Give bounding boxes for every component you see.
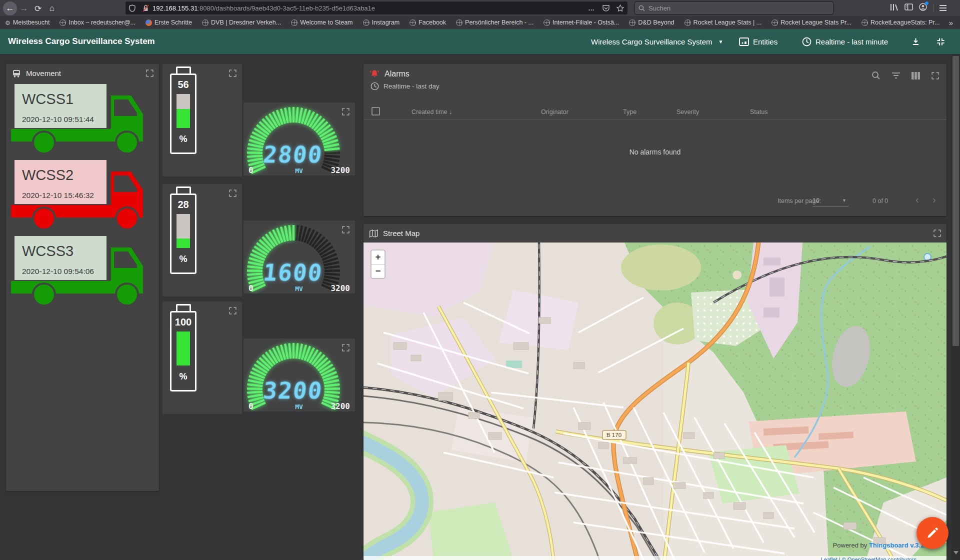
chevron-down-icon: ▼ bbox=[842, 198, 846, 203]
gauge-dial: 3200MV03200 bbox=[244, 338, 355, 412]
next-page-button[interactable]: › bbox=[932, 194, 936, 206]
battery-level-widget: 56% bbox=[162, 64, 242, 176]
bookmark-label: DVB | Dresdner Verkeh... bbox=[211, 19, 281, 26]
fullscreen-icon[interactable] bbox=[342, 108, 350, 116]
url-bar[interactable]: 192.168.155.31:8080/dashboards/9aeb43d0-… bbox=[126, 2, 628, 14]
sidebar-icon[interactable] bbox=[904, 4, 913, 12]
bookmark-item[interactable]: Internet-Filiale - Ostsä... bbox=[544, 19, 619, 26]
map-canvas[interactable]: B 170 + − Powered by Thingsboard v.3.2.0… bbox=[364, 242, 946, 560]
collapse-icon bbox=[936, 37, 946, 46]
vehicle-card[interactable]: WCSS12020-12-10 09:51:44 bbox=[11, 84, 157, 155]
bookmark-star-icon[interactable] bbox=[616, 4, 624, 12]
browser-actions bbox=[890, 0, 946, 16]
alarms-filter-icon[interactable] bbox=[892, 72, 900, 81]
gauge-value: 1600 bbox=[262, 259, 324, 286]
bookmark-item[interactable]: Persönlicher Bereich - ... bbox=[456, 19, 534, 26]
prev-page-button[interactable]: ‹ bbox=[916, 194, 919, 206]
alarms-widget: Alarms Realtime - last day Created time … bbox=[364, 64, 946, 216]
alarms-columns-icon[interactable] bbox=[912, 72, 920, 82]
pocket-icon[interactable] bbox=[602, 5, 610, 12]
bookmark-item[interactable]: Welcome to Steam bbox=[291, 19, 352, 26]
items-per-page-select[interactable]: 10▼ bbox=[812, 197, 848, 206]
fullscreen-icon[interactable] bbox=[342, 226, 350, 234]
gauge-unit: MV bbox=[295, 285, 303, 292]
bookmark-label: Meistbesucht bbox=[13, 19, 50, 26]
bookmark-label: D&D Beyond bbox=[638, 19, 674, 26]
home-button[interactable]: ⌂ bbox=[45, 2, 59, 16]
fullscreen-icon[interactable] bbox=[933, 229, 942, 238]
globe-icon bbox=[456, 20, 462, 26]
bookmarks-overflow-chevron[interactable]: » bbox=[949, 16, 953, 29]
menu-icon[interactable] bbox=[940, 5, 946, 11]
fullscreen-icon[interactable] bbox=[931, 72, 940, 82]
alarms-search-icon[interactable] bbox=[872, 71, 880, 82]
bookmark-item[interactable]: Rocket League Stats | ... bbox=[684, 19, 762, 26]
battery-fill-bar bbox=[176, 109, 190, 128]
clock-icon bbox=[370, 82, 379, 90]
column-type[interactable]: Type bbox=[623, 108, 636, 116]
voltage-gauge-widget: 3200MV03200 bbox=[244, 338, 355, 412]
gauge-dial: 1600MV03200 bbox=[244, 220, 355, 294]
fullscreen-icon[interactable] bbox=[342, 344, 350, 352]
bookmark-item[interactable]: Rocket League Stats Pr... bbox=[772, 19, 852, 26]
globe-icon bbox=[629, 20, 636, 26]
scrollbar-thumb[interactable] bbox=[952, 56, 959, 346]
entities-button[interactable]: Entities bbox=[739, 29, 778, 54]
forward-button[interactable]: → bbox=[17, 2, 31, 16]
dashboard-header: Wireless Cargo Surveillance System Wirel… bbox=[0, 29, 960, 54]
bookmark-item[interactable]: Erste Schritte bbox=[146, 19, 192, 26]
vehicle-card[interactable]: WCSS32020-12-10 09:54:06 bbox=[11, 236, 157, 307]
bookmark-item[interactable]: ⚙Meistbesucht bbox=[5, 19, 50, 26]
zoom-in-button[interactable]: + bbox=[372, 250, 384, 264]
gauge-unit: MV bbox=[295, 403, 303, 410]
bookmark-item[interactable]: RocketLeagueStats: Pr... bbox=[862, 19, 940, 26]
column-severity[interactable]: Severity bbox=[676, 108, 699, 116]
gauge-value: 2800 bbox=[262, 141, 324, 168]
library-icon[interactable] bbox=[890, 4, 898, 13]
dashboard-state-select[interactable]: Wireless Cargo Surveillance System▼ bbox=[591, 29, 723, 54]
exit-fullscreen-button[interactable] bbox=[936, 29, 946, 54]
column-status[interactable]: Status bbox=[750, 108, 768, 116]
battery-level-widget: 28% bbox=[162, 184, 242, 296]
edit-dashboard-fab[interactable] bbox=[916, 517, 948, 549]
notification-dot bbox=[925, 2, 928, 5]
page-actions-icon[interactable]: … bbox=[588, 4, 596, 12]
timewindow-button[interactable]: Realtime - last minute bbox=[802, 29, 888, 54]
export-button[interactable] bbox=[911, 29, 920, 54]
alarms-timewindow[interactable]: Realtime - last day bbox=[370, 82, 946, 90]
alarms-table-header: Created time ↓ Originator Type Severity … bbox=[364, 105, 946, 120]
insecure-lock-icon[interactable] bbox=[142, 4, 149, 12]
globe-icon bbox=[291, 20, 298, 26]
vehicle-timestamp: 2020-12-10 15:46:32 bbox=[22, 191, 94, 200]
zoom-out-button[interactable]: − bbox=[372, 264, 384, 278]
bookmark-label: Facebook bbox=[418, 19, 446, 26]
account-icon[interactable] bbox=[919, 3, 927, 13]
reload-button[interactable]: ⟳ bbox=[31, 2, 45, 16]
alarms-widget-title: Alarms bbox=[364, 64, 946, 81]
battery-level-widget: 100% bbox=[162, 302, 242, 414]
globe-icon bbox=[60, 20, 66, 26]
search-bar[interactable]: Suchen bbox=[634, 2, 834, 14]
vehicle-card[interactable]: WCSS22020-12-10 15:46:32 bbox=[11, 160, 157, 231]
shield-icon[interactable] bbox=[129, 4, 136, 12]
fullscreen-icon[interactable] bbox=[228, 306, 237, 315]
fullscreen-icon[interactable] bbox=[146, 69, 154, 78]
bookmark-label: Rocket League Stats | ... bbox=[694, 19, 762, 26]
scrollbar-down-arrow[interactable] bbox=[954, 551, 958, 554]
battery-fill-bar bbox=[176, 238, 190, 248]
bookmark-item[interactable]: D&D Beyond bbox=[629, 19, 674, 26]
bookmark-item[interactable]: Facebook bbox=[410, 19, 446, 26]
column-created-time[interactable]: Created time ↓ bbox=[412, 108, 452, 116]
fullscreen-icon[interactable] bbox=[228, 189, 237, 198]
battery-unit: % bbox=[172, 372, 195, 382]
bookmark-item[interactable]: DVB | Dresdner Verkeh... bbox=[202, 19, 281, 26]
back-button[interactable]: ← bbox=[3, 2, 17, 16]
battery-value: 100 bbox=[172, 316, 195, 328]
page: ← → ⟳ ⌂ 192.168.155.31:8080/dashboards/9… bbox=[0, 0, 960, 560]
bookmark-item[interactable]: Instagram bbox=[363, 19, 400, 26]
column-originator[interactable]: Originator bbox=[541, 108, 568, 116]
fullscreen-icon[interactable] bbox=[228, 69, 237, 78]
bookmark-item[interactable]: Inbox – redeutscher@... bbox=[60, 19, 136, 26]
battery-unit: % bbox=[172, 134, 195, 144]
select-all-checkbox[interactable] bbox=[372, 107, 380, 116]
